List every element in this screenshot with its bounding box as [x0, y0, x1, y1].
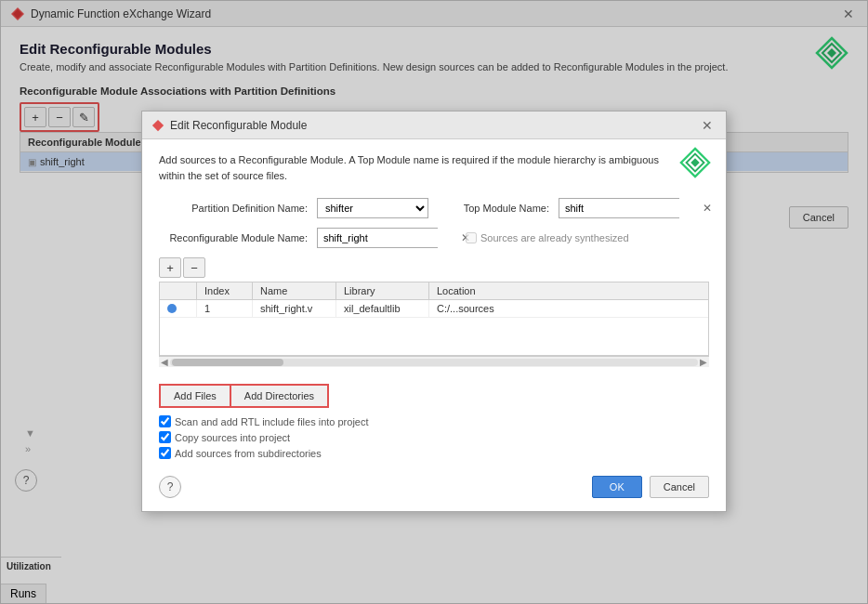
modal-overlay: Edit Reconfigurable Module ✕ Add sources… [0, 0, 868, 604]
synthesized-checkbox-label[interactable]: Sources are already synthesized [466, 232, 629, 243]
modal-xilinx-logo [679, 147, 711, 178]
modal-close-button[interactable]: ✕ [698, 118, 717, 133]
scroll-left-arrow[interactable]: ◀ [161, 357, 170, 367]
scroll-right-arrow[interactable]: ▶ [698, 357, 707, 367]
rm-name-label: Reconfigurable Module Name: [159, 232, 308, 243]
modal-body: Add sources to a Reconfigurable Module. … [142, 139, 726, 511]
col-index: Index [197, 282, 253, 299]
inner-table-row[interactable]: 1 shift_right.v xil_defaultlib C:/...sou… [160, 300, 708, 318]
copy-sources-checkbox[interactable] [159, 431, 171, 443]
copy-sources-label: Copy sources into project [175, 432, 290, 443]
synthesized-checkbox[interactable] [466, 232, 477, 243]
checkbox-row-subdirs: Add sources from subdirectories [159, 447, 709, 459]
rtl-include-checkbox[interactable] [159, 415, 171, 427]
modal-xilinx-icon [151, 119, 164, 132]
modal-help-button[interactable]: ? [159, 476, 181, 498]
inner-remove-button[interactable]: − [183, 257, 205, 278]
dot-cell [160, 300, 197, 317]
form-row-rm-name: Reconfigurable Module Name: ✕ Sources ar… [159, 228, 709, 248]
col-dot [160, 282, 197, 299]
add-directories-button[interactable]: Add Directories [231, 384, 329, 408]
add-files-button[interactable]: Add Files [159, 384, 231, 408]
scrollbar-thumb[interactable] [172, 359, 283, 366]
subdirs-label: Add sources from subdirectories [175, 448, 322, 459]
modal-footer: ? OK Cancel [159, 470, 709, 498]
modal-logo [679, 147, 711, 181]
modal-title-bar: Edit Reconfigurable Module ✕ [142, 112, 726, 139]
modal-cancel-button[interactable]: Cancel [650, 476, 709, 498]
top-module-input[interactable] [559, 199, 699, 217]
edit-rm-modal: Edit Reconfigurable Module ✕ Add sources… [141, 111, 727, 512]
form-row-partition: Partition Definition Name: shifter Top M… [159, 198, 709, 218]
library-cell: xil_defaultlib [336, 300, 429, 317]
top-module-clear-button[interactable]: ✕ [699, 202, 716, 215]
rm-name-input[interactable] [318, 229, 457, 247]
subdirs-checkbox[interactable] [159, 447, 171, 459]
modal-title-left: Edit Reconfigurable Module [151, 119, 307, 132]
index-cell: 1 [197, 300, 253, 317]
checkbox-row-copy: Copy sources into project [159, 431, 709, 443]
location-cell: C:/...sources [429, 300, 708, 317]
status-dot [167, 304, 177, 313]
modal-title: Edit Reconfigurable Module [170, 119, 307, 132]
col-library: Library [336, 282, 429, 299]
inner-table-header: Index Name Library Location [160, 282, 708, 300]
partition-select[interactable]: shifter [317, 198, 428, 218]
horizontal-scrollbar[interactable]: ◀ ▶ [159, 356, 709, 367]
scrollbar-track [170, 359, 698, 366]
add-files-group: Add Files Add Directories [159, 384, 329, 408]
modal-bottom-buttons: Add Files Add Directories [159, 374, 709, 408]
inner-toolbar: + − [159, 257, 709, 278]
col-location: Location [429, 282, 708, 299]
rm-name-input-wrapper: ✕ [317, 228, 438, 248]
checkbox-row-rtl: Scan and add RTL include files into proj… [159, 415, 709, 427]
name-cell: shift_right.v [253, 300, 336, 317]
partition-label: Partition Definition Name: [159, 203, 308, 214]
sources-table: Index Name Library Location 1 shift_righ… [159, 282, 709, 356]
modal-ok-cancel: OK Cancel [592, 476, 709, 498]
modal-description: Add sources to a Reconfigurable Module. … [159, 152, 661, 183]
synthesized-label: Sources are already synthesized [480, 232, 629, 243]
main-wrapper: Dynamic Function eXchange Wizard ✕ Edit … [0, 0, 868, 604]
top-module-input-wrapper: ✕ [559, 198, 679, 218]
svg-marker-5 [152, 119, 164, 130]
svg-marker-8 [690, 158, 699, 166]
top-module-label: Top Module Name: [438, 203, 549, 214]
checkboxes-area: Scan and add RTL include files into proj… [159, 415, 709, 463]
rtl-include-label: Scan and add RTL include files into proj… [175, 416, 369, 427]
modal-ok-button[interactable]: OK [592, 476, 642, 498]
col-name: Name [253, 282, 336, 299]
inner-add-button[interactable]: + [159, 257, 181, 278]
